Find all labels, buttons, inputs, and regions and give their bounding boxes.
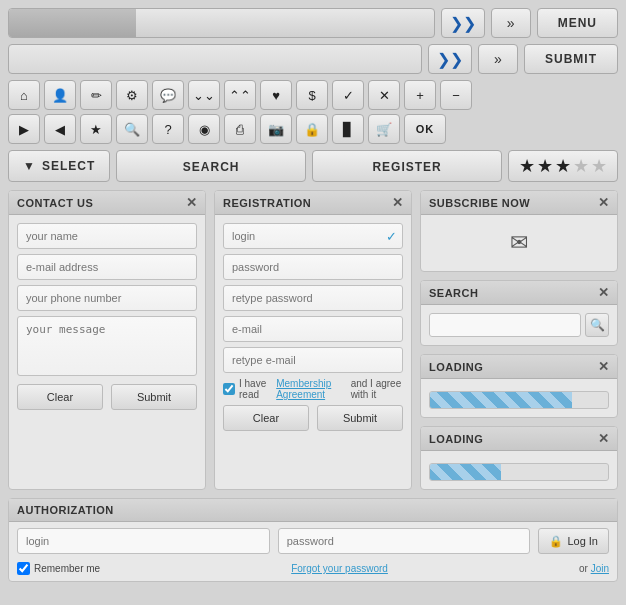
icon-row-2: ▶ ◀ ★ 🔍 ? ◉ ⎙ 📷 🔒 ▊ 🛒 OK: [8, 114, 618, 144]
dollar-icon-btn[interactable]: $: [296, 80, 328, 110]
loading-2-body: [421, 451, 617, 489]
membership-agreement-link[interactable]: Membership Agreement: [276, 378, 346, 400]
search-toolbar-button[interactable]: SEARCH: [116, 150, 306, 182]
star-2[interactable]: ★: [537, 155, 553, 177]
registration-panel: REGISTRATION ✕ ✓ I have read: [214, 190, 412, 490]
auth-login-input[interactable]: [17, 528, 270, 554]
ok-button[interactable]: OK: [404, 114, 446, 144]
or-text: or: [579, 563, 588, 574]
subscribe-panel: SUBSCRIBE NOW ✕ ✉: [420, 190, 618, 272]
contact-us-panel: CONTACT US ✕ Clear Submit: [8, 190, 206, 490]
chevron-up-icon-btn[interactable]: ⌃⌃: [224, 80, 256, 110]
subscribe-panel-close-icon[interactable]: ✕: [598, 196, 610, 209]
reg-panel-header: REGISTRATION ✕: [215, 191, 411, 215]
envelope-icon: ✉: [510, 230, 528, 256]
loading-1-body: [421, 379, 617, 417]
auth-panel-header: AUTHORIZATION: [9, 499, 617, 522]
camera-icon-btn[interactable]: 📷: [260, 114, 292, 144]
search-input-row: 🔍: [429, 313, 609, 337]
auth-panel-title: AUTHORIZATION: [17, 504, 114, 516]
panels-row: CONTACT US ✕ Clear Submit REGISTRATION ✕…: [8, 190, 618, 490]
join-link[interactable]: Join: [591, 563, 609, 574]
heart-icon-btn[interactable]: ♥: [260, 80, 292, 110]
select-button[interactable]: ▼ SELECT: [8, 150, 110, 182]
star-4[interactable]: ★: [573, 155, 589, 177]
agree-checkbox[interactable]: [223, 383, 235, 395]
search-field-input[interactable]: [429, 313, 581, 337]
chevron-double-btn2[interactable]: »: [478, 44, 518, 74]
cart-icon-btn[interactable]: 🛒: [368, 114, 400, 144]
question-icon-btn[interactable]: ?: [152, 114, 184, 144]
search-icon-btn[interactable]: 🔍: [116, 114, 148, 144]
forgot-password-link[interactable]: Forgot your password: [108, 563, 571, 574]
register-button[interactable]: REGISTER: [312, 150, 502, 182]
chat-icon-btn[interactable]: 💬: [152, 80, 184, 110]
contact-panel-header: CONTACT US ✕: [9, 191, 205, 215]
star-3[interactable]: ★: [555, 155, 571, 177]
search-panel: SEARCH ✕ 🔍: [420, 280, 618, 346]
login-input-row: ✓: [223, 223, 403, 249]
barchart-icon-btn[interactable]: ▊: [332, 114, 364, 144]
top-row1: ❯❯ » MENU: [8, 8, 618, 38]
plus-icon-btn[interactable]: +: [404, 80, 436, 110]
loading-2-title: LOADING: [429, 433, 483, 445]
print-icon-btn[interactable]: ⎙: [224, 114, 256, 144]
check-icon-btn[interactable]: ✓: [332, 80, 364, 110]
contact-name-input[interactable]: [17, 223, 197, 249]
dropdown-blue-btn[interactable]: ❯❯: [428, 44, 472, 74]
remember-me-row: Remember me: [17, 562, 100, 575]
contact-message-input[interactable]: [17, 316, 197, 376]
auth-login-button[interactable]: 🔒 Log In: [538, 528, 609, 554]
minus-icon-btn[interactable]: −: [440, 80, 472, 110]
submit-button[interactable]: SUBMIT: [524, 44, 618, 74]
home-icon-btn[interactable]: ⌂: [8, 80, 40, 110]
contact-clear-button[interactable]: Clear: [17, 384, 103, 410]
chevron-down-icon-btn[interactable]: ⌄⌄: [188, 80, 220, 110]
dropdown-btn[interactable]: ❯❯: [441, 8, 485, 38]
contact-panel-body: Clear Submit: [9, 215, 205, 418]
loading-1-title: LOADING: [429, 361, 483, 373]
close-icon-btn[interactable]: ✕: [368, 80, 400, 110]
reg-clear-button[interactable]: Clear: [223, 405, 309, 431]
toolbar-row: ▼ SELECT SEARCH REGISTER ★ ★ ★ ★ ★: [8, 150, 618, 182]
icon-row-1: ⌂ 👤 ✏ ⚙ 💬 ⌄⌄ ⌃⌃ ♥ $ ✓ ✕ + −: [8, 80, 618, 110]
gear-icon-btn[interactable]: ⚙: [116, 80, 148, 110]
progress-bar: [8, 8, 435, 38]
chevron-double-btn[interactable]: »: [491, 8, 531, 38]
loading-panel-1: LOADING ✕: [420, 354, 618, 418]
search-go-button[interactable]: 🔍: [585, 313, 609, 337]
contact-panel-buttons: Clear Submit: [17, 384, 197, 410]
contact-email-input[interactable]: [17, 254, 197, 280]
reg-login-input[interactable]: [223, 223, 403, 249]
star-1[interactable]: ★: [519, 155, 535, 177]
auth-password-input[interactable]: [278, 528, 531, 554]
reg-password-input[interactable]: [223, 254, 403, 280]
search-panel-close-icon[interactable]: ✕: [598, 286, 610, 299]
remember-me-checkbox[interactable]: [17, 562, 30, 575]
user-icon-btn[interactable]: 👤: [44, 80, 76, 110]
loading-2-close-icon[interactable]: ✕: [598, 432, 610, 445]
menu-button[interactable]: MENU: [537, 8, 618, 38]
loading-1-close-icon[interactable]: ✕: [598, 360, 610, 373]
reg-submit-button[interactable]: Submit: [317, 405, 403, 431]
pencil-icon-btn[interactable]: ✏: [80, 80, 112, 110]
arrow-left-icon-btn[interactable]: ◀: [44, 114, 76, 144]
star-icon-btn[interactable]: ★: [80, 114, 112, 144]
progress-fill: [9, 9, 136, 37]
rss-icon-btn[interactable]: ◉: [188, 114, 220, 144]
stars-rating-widget[interactable]: ★ ★ ★ ★ ★: [508, 150, 618, 182]
reg-retype-password-input[interactable]: [223, 285, 403, 311]
contact-panel-close-icon[interactable]: ✕: [186, 196, 198, 209]
lock-icon: 🔒: [549, 535, 563, 548]
url-input[interactable]: [8, 44, 422, 74]
contact-submit-button[interactable]: Submit: [111, 384, 197, 410]
lock-icon-btn[interactable]: 🔒: [296, 114, 328, 144]
arrow-right-icon-btn[interactable]: ▶: [8, 114, 40, 144]
reg-retype-email-input[interactable]: [223, 347, 403, 373]
reg-panel-close-icon[interactable]: ✕: [392, 196, 404, 209]
contact-phone-input[interactable]: [17, 285, 197, 311]
reg-email-input[interactable]: [223, 316, 403, 342]
top-row2: ❯❯ » SUBMIT: [8, 44, 618, 74]
star-5[interactable]: ★: [591, 155, 607, 177]
login-btn-label: Log In: [567, 535, 598, 547]
